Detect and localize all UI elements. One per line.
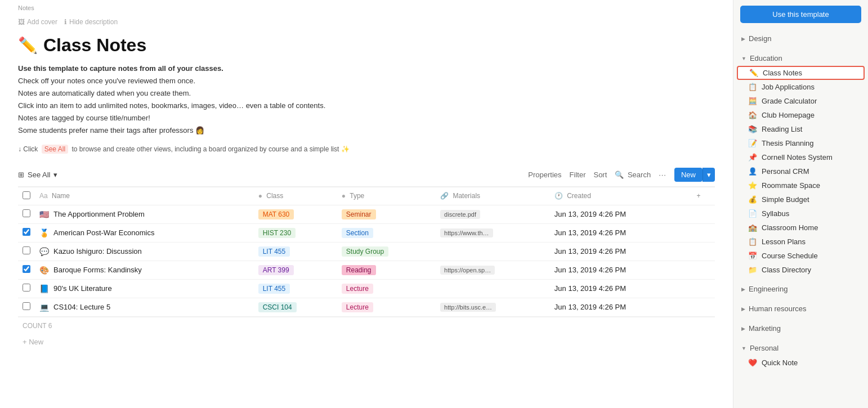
sidebar-item-cornell-notes-system[interactable]: 📌Cornell Notes System xyxy=(733,150,868,164)
row-extra-cell xyxy=(692,279,715,298)
th-add-col[interactable]: + xyxy=(692,187,715,205)
table-row[interactable]: 🎨Baroque Forms: KandinskyART 399Readingh… xyxy=(18,261,715,279)
material-link[interactable]: http://bits.usc.e… xyxy=(440,303,496,312)
sidebar-item-classroom-home[interactable]: 🏫Classroom Home xyxy=(733,221,868,235)
sidebar-item-lesson-plans[interactable]: 📋Lesson Plans xyxy=(733,235,868,249)
row-name-cell[interactable]: 🏅American Post-War Economics xyxy=(35,223,254,242)
sidebar-section-header-0[interactable]: ▶Design xyxy=(733,31,868,46)
page-emoji-icon: ✏️ xyxy=(18,36,38,55)
sidebar-item-simple-budget[interactable]: 💰Simple Budget xyxy=(733,192,868,207)
class-tag[interactable]: LIT 455 xyxy=(258,284,290,294)
sidebar-item-icon: 📚 xyxy=(748,125,757,133)
filter-button[interactable]: Filter xyxy=(570,171,586,179)
table-row[interactable]: 💬Kazuo Ishiguro: DiscussionLIT 455Study … xyxy=(18,242,715,261)
row-class-cell: LIT 455 xyxy=(254,242,337,261)
new-button[interactable]: New xyxy=(674,168,703,182)
hide-description-button[interactable]: ℹ Hide description xyxy=(64,18,118,26)
type-tag[interactable]: Seminar xyxy=(342,209,376,219)
table-row[interactable]: 📘90's UK LiteratureLIT 455LectureJun 13,… xyxy=(18,279,715,298)
sidebar-section-header-3[interactable]: ▶Human resources xyxy=(733,301,868,316)
row-name-cell[interactable]: 🎨Baroque Forms: Kandinsky xyxy=(35,261,254,279)
add-new-row[interactable]: + New xyxy=(18,334,715,349)
type-tag[interactable]: Study Group xyxy=(342,246,388,257)
new-button-dropdown[interactable]: ▾ xyxy=(703,168,715,182)
table-row[interactable]: 💻CS104: Lecture 5CSCI 104Lecturehttp://b… xyxy=(18,298,715,316)
material-link[interactable]: discrete.pdf xyxy=(440,210,480,219)
table-row[interactable]: 🇺🇸The Apportionment ProblemMAT 630Semina… xyxy=(18,205,715,223)
table-header-row: Aa Name ● Class ● Type 🔗 Materials xyxy=(18,187,715,205)
page-actions: 🖼 Add cover ℹ Hide description xyxy=(18,14,715,30)
sidebar-item-reading-list[interactable]: 📚Reading List xyxy=(733,122,868,136)
class-tag[interactable]: LIT 455 xyxy=(258,246,290,257)
row-checkbox-cell xyxy=(18,223,35,242)
sidebar-item-thesis-planning[interactable]: 📝Thesis Planning xyxy=(733,136,868,150)
sidebar-section-header-5[interactable]: ▼Personal xyxy=(733,340,868,356)
row-name-cell[interactable]: 💻CS104: Lecture 5 xyxy=(35,298,254,316)
sidebar-item-grade-calculator[interactable]: 🧮Grade Calculator xyxy=(733,94,868,108)
more-options-button[interactable]: ··· xyxy=(659,171,666,179)
sidebar-item-icon: ❤️ xyxy=(748,358,757,367)
material-link[interactable]: https://open.sp… xyxy=(440,266,495,275)
sidebar-item-label: Personal CRM xyxy=(762,167,809,176)
row-name-cell[interactable]: 🇺🇸The Apportionment Problem xyxy=(35,205,254,223)
type-tag[interactable]: Lecture xyxy=(342,302,373,312)
sidebar-item-label: Simple Budget xyxy=(762,195,809,204)
sidebar-item-personal-crm[interactable]: 👤Personal CRM xyxy=(733,164,868,178)
class-tag[interactable]: MAT 630 xyxy=(258,209,294,219)
row-checkbox[interactable] xyxy=(23,246,30,254)
see-all-hint: ↓ Click See All to browse and create oth… xyxy=(18,145,715,153)
sidebar-section-header-4[interactable]: ▶Marketing xyxy=(733,321,868,336)
view-selector[interactable]: ⊞ See All ▾ xyxy=(18,171,57,179)
add-cover-button[interactable]: 🖼 Add cover xyxy=(18,18,57,26)
row-checkbox[interactable] xyxy=(23,302,30,310)
th-created: 🕐 Created xyxy=(550,187,692,205)
sidebar-item-label: Course Schedule xyxy=(762,252,818,260)
table-icon: ⊞ xyxy=(18,171,24,179)
class-tag[interactable]: ART 399 xyxy=(258,265,294,275)
row-material-cell: discrete.pdf xyxy=(436,205,550,223)
row-type-cell: Seminar xyxy=(337,205,436,223)
table-row[interactable]: 🏅American Post-War EconomicsHIST 230Sect… xyxy=(18,223,715,242)
sidebar-item-roommate-space[interactable]: ⭐Roommate Space xyxy=(733,178,868,192)
sidebar-item-icon: 📌 xyxy=(748,153,757,162)
row-name-cell[interactable]: 💬Kazuo Ishiguro: Discussion xyxy=(35,242,254,261)
select-all-checkbox[interactable] xyxy=(23,191,30,199)
class-tag[interactable]: HIST 230 xyxy=(258,228,296,238)
sidebar-item-label: Job Applications xyxy=(762,83,815,91)
row-checkbox[interactable] xyxy=(23,284,30,292)
sidebar-top-btn: Use this template xyxy=(740,6,861,23)
row-icon: 🏅 xyxy=(39,228,49,237)
sidebar-item-course-schedule[interactable]: 📅Course Schedule xyxy=(733,249,868,263)
sidebar-item-icon: 🧮 xyxy=(748,97,757,105)
type-tag[interactable]: Section xyxy=(342,228,373,238)
row-checkbox[interactable] xyxy=(23,228,30,236)
created-col-icon: 🕐 xyxy=(554,192,563,200)
sidebar-item-quick-note[interactable]: ❤️Quick Note xyxy=(733,356,868,370)
sidebar-item-class-directory[interactable]: 📁Class Directory xyxy=(733,263,868,277)
table-toolbar: Properties Filter Sort 🔍 Search ··· New … xyxy=(528,168,715,182)
class-tag[interactable]: CSCI 104 xyxy=(258,302,297,312)
sidebar-item-label: Reading List xyxy=(762,125,802,133)
use-template-button[interactable]: Use this template xyxy=(740,6,861,23)
properties-button[interactable]: Properties xyxy=(528,171,561,179)
sidebar-item-icon: ✏️ xyxy=(749,69,758,77)
row-checkbox[interactable] xyxy=(23,209,30,217)
sidebar-item-syllabus[interactable]: 📄Syllabus xyxy=(733,207,868,221)
material-link[interactable]: https://www.th… xyxy=(440,228,493,237)
sidebar-section-label: Education xyxy=(750,54,782,62)
sidebar-item-class-notes[interactable]: ✏️Class Notes xyxy=(737,66,865,80)
row-checkbox[interactable] xyxy=(23,265,30,273)
sidebar-item-club-homepage[interactable]: 🏠Club Homepage xyxy=(733,108,868,122)
row-type-cell: Lecture xyxy=(337,279,436,298)
sidebar-item-label: Syllabus xyxy=(762,209,789,218)
sidebar-section-header-2[interactable]: ▶Engineering xyxy=(733,281,868,297)
see-all-link[interactable]: See All xyxy=(42,145,68,154)
data-table: Aa Name ● Class ● Type 🔗 Materials xyxy=(18,187,715,317)
sidebar-item-job-applications[interactable]: 📋Job Applications xyxy=(733,80,868,94)
row-name-cell[interactable]: 📘90's UK Literature xyxy=(35,279,254,298)
sidebar-section-header-1[interactable]: ▼Education xyxy=(733,51,868,66)
type-tag[interactable]: Lecture xyxy=(342,284,373,294)
type-tag[interactable]: Reading xyxy=(342,265,376,275)
search-button[interactable]: 🔍 Search xyxy=(615,171,651,179)
sort-button[interactable]: Sort xyxy=(593,171,607,179)
